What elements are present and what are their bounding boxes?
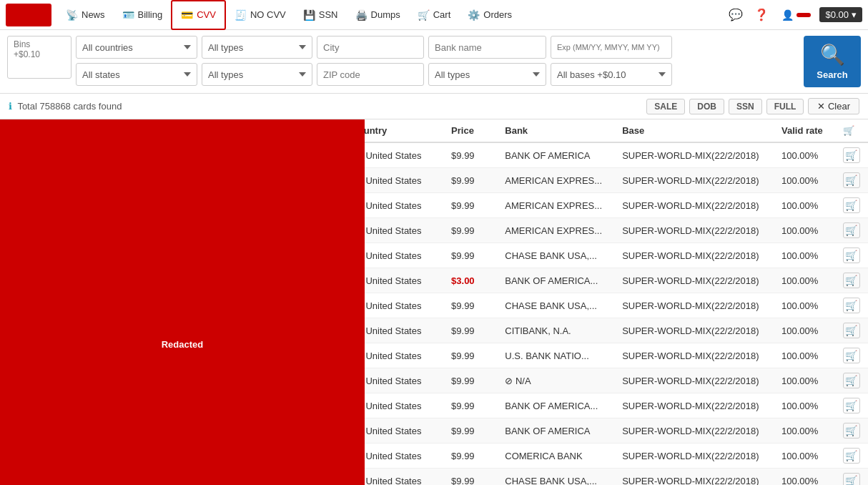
state-select[interactable]: All states (76, 63, 197, 86)
add-to-cart-button[interactable]: 🛒 (843, 147, 860, 163)
cell-valid-rate: 100.00% (776, 343, 837, 368)
results-bar: ℹ Total 758868 cards found SALE DOB SSN … (0, 94, 868, 119)
search-icon: 🔍 (820, 43, 845, 67)
logo[interactable] (6, 4, 51, 26)
filter-bar: All countriesUnited StatesUnited Kingdom… (0, 30, 868, 94)
cell-valid-rate: 100.00% (776, 368, 837, 393)
cell-valid-rate: 100.00% (776, 444, 837, 469)
th-base: Base (616, 119, 776, 142)
add-to-cart-button[interactable]: 🛒 (843, 323, 860, 338)
nav-orders[interactable]: ⚙️ Orders (459, 0, 521, 30)
user-button[interactable]: 👤 (776, 6, 817, 24)
full-tag-button[interactable]: FULL (766, 99, 804, 114)
zip-input[interactable] (317, 63, 424, 86)
type1-select[interactable]: All types (202, 36, 312, 59)
cell-valid-rate: 100.00% (776, 168, 837, 193)
add-to-cart-button[interactable]: 🛒 (843, 222, 860, 238)
add-to-cart-button[interactable]: 🛒 (843, 197, 860, 213)
nav-ssn[interactable]: 💾 SSN (295, 0, 347, 30)
add-to-cart-button[interactable]: 🛒 (843, 448, 860, 464)
cell-base: SUPER-WORLD-MIX(22/2/2018) (616, 268, 776, 293)
nav-cvv-label: CVV (197, 9, 216, 20)
ssn-tag-button[interactable]: SSN (729, 99, 762, 114)
add-to-cart-button[interactable]: 🛒 (843, 473, 860, 485)
add-to-cart-button[interactable]: 🛒 (843, 248, 860, 263)
cell-price: $9.99 (445, 142, 499, 168)
search-button[interactable]: 🔍 Search (804, 36, 861, 87)
cell-price: $9.99 (445, 444, 499, 469)
cell-cart-action: 🛒 (837, 418, 868, 444)
add-to-cart-button[interactable]: 🛒 (843, 373, 860, 388)
cell-price: $9.99 (445, 293, 499, 318)
user-icon: 👤 (781, 9, 794, 21)
th-price: Price (445, 119, 499, 142)
base-select[interactable]: All bases +$0.10 (551, 63, 672, 86)
cell-valid-rate: 100.00% (776, 243, 837, 268)
nav-no-cvv-label: NO CVV (250, 9, 286, 20)
cell-cart-action: 🛒 (837, 393, 868, 418)
dob-tag-button[interactable]: DOB (689, 99, 724, 114)
cell-price: $9.99 (445, 318, 499, 343)
nav-billing[interactable]: 🪪 Billing (114, 0, 172, 30)
help-icon-btn[interactable]: ❓ (750, 4, 773, 26)
balance-chevron: ▾ (852, 9, 857, 20)
nav-cvv[interactable]: 💳 CVV (171, 0, 226, 30)
bins-area (7, 36, 71, 79)
billing-icon: 🪪 (122, 9, 134, 21)
add-to-cart-button[interactable]: 🛒 (843, 298, 860, 313)
cell-price: $9.99 (445, 469, 499, 486)
cell-cart-action: 🛒 (837, 268, 868, 293)
cell-valid-rate: 100.00% (776, 193, 837, 218)
info-icon: ℹ (9, 101, 12, 112)
nav-ssn-label: SSN (319, 9, 338, 20)
table-wrapper: Redacted Bin Exp Name City State ZIP Cou… (0, 119, 868, 485)
balance-display: $0.00 ▾ (819, 7, 862, 22)
cell-bank: U.S. BANK NATIO... (499, 343, 616, 368)
chat-icon-btn[interactable]: 💬 (724, 4, 747, 26)
nav-orders-label: Orders (483, 9, 512, 20)
cell-bank: BANK OF AMERICA... (499, 268, 616, 293)
nav-dumps[interactable]: 🖨️ Dumps (347, 0, 409, 30)
clear-button[interactable]: ✕ Clear (808, 98, 859, 114)
cell-cart-action: 🛒 (837, 343, 868, 368)
cell-price: $9.99 (445, 218, 499, 243)
add-to-cart-button[interactable]: 🛒 (843, 423, 860, 439)
th-cart: 🛒 (837, 119, 868, 142)
bank-input[interactable] (428, 36, 546, 59)
redacted-text: Redacted (162, 339, 204, 350)
bins-input[interactable] (7, 36, 71, 79)
cell-bank: CHASE BANK USA,... (499, 469, 616, 486)
cell-cart-action: 🛒 (837, 318, 868, 343)
nav-cart[interactable]: 🛒 Cart (409, 0, 460, 30)
exp-input[interactable] (551, 36, 672, 59)
navbar: 📡 News 🪪 Billing 💳 CVV 🧾 NO CVV 💾 SSN 🖨️… (0, 0, 868, 30)
cell-cart-action: 🛒 (837, 469, 868, 486)
add-to-cart-button[interactable]: 🛒 (843, 273, 860, 288)
cell-bank: ⊘ N/A (499, 368, 616, 393)
cell-base: SUPER-WORLD-MIX(22/2/2018) (616, 142, 776, 168)
no-cvv-icon: 🧾 (235, 9, 247, 21)
cell-price: $9.99 (445, 393, 499, 418)
cell-valid-rate: 100.00% (776, 469, 837, 486)
cell-valid-rate: 100.00% (776, 142, 837, 168)
cart-nav-icon: 🛒 (418, 9, 430, 21)
cell-cart-action: 🛒 (837, 218, 868, 243)
city-input[interactable] (317, 36, 424, 59)
cell-bank: BANK OF AMERICA... (499, 393, 616, 418)
cell-bank: AMERICAN EXPRES... (499, 218, 616, 243)
cell-bank: AMERICAN EXPRES... (499, 193, 616, 218)
country-select[interactable]: All countriesUnited StatesUnited Kingdom… (76, 36, 197, 59)
cell-valid-rate: 100.00% (776, 418, 837, 444)
cell-valid-rate: 100.00% (776, 318, 837, 343)
type2-select[interactable]: All types (202, 63, 312, 86)
nav-news[interactable]: 📡 News (57, 0, 114, 30)
cell-cart-action: 🛒 (837, 168, 868, 193)
type3-select[interactable]: All types (428, 63, 546, 86)
add-to-cart-button[interactable]: 🛒 (843, 398, 860, 413)
cell-valid-rate: 100.00% (776, 393, 837, 418)
cell-bank: COMERICA BANK (499, 444, 616, 469)
add-to-cart-button[interactable]: 🛒 (843, 348, 860, 363)
nav-no-cvv[interactable]: 🧾 NO CVV (226, 0, 295, 30)
add-to-cart-button[interactable]: 🛒 (843, 172, 860, 188)
sale-tag-button[interactable]: SALE (646, 99, 685, 114)
